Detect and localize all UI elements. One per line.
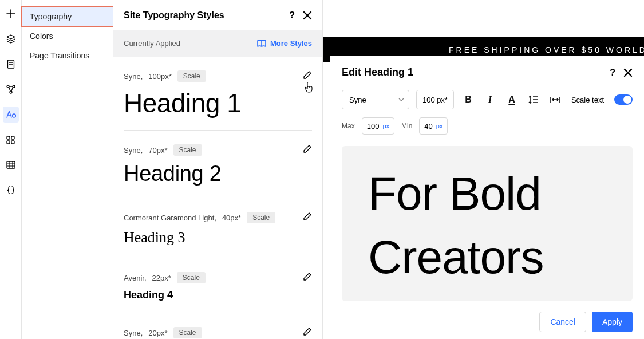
help-icon[interactable]: ? xyxy=(289,10,295,21)
font-size: 70px* xyxy=(148,146,167,155)
svg-rect-6 xyxy=(11,136,14,139)
min-label: Min xyxy=(401,122,412,130)
font-name: Avenir, xyxy=(124,274,147,282)
style-block-h3[interactable]: Cormorant Garamond Light, 40px* Scale He… xyxy=(124,198,312,258)
font-name: Syne, xyxy=(124,329,143,337)
rail-table-icon[interactable] xyxy=(3,157,19,173)
style-block-h4[interactable]: Avenir, 22px* Scale Heading 4 xyxy=(124,258,312,313)
editor-title: Edit Heading 1 xyxy=(342,66,413,78)
scale-tag: Scale xyxy=(177,272,206,283)
sidebar-item-page-transitions[interactable]: Page Transitions xyxy=(22,46,113,65)
edit-icon[interactable] xyxy=(303,70,312,80)
help-icon[interactable]: ? xyxy=(610,68,615,78)
unit-label: px xyxy=(382,123,389,129)
rail-connect-icon[interactable] xyxy=(3,81,19,97)
svg-point-4 xyxy=(12,114,15,117)
max-input[interactable]: 100 px xyxy=(362,117,394,135)
scale-tag: Scale xyxy=(177,70,206,82)
italic-icon[interactable]: I xyxy=(483,92,497,107)
rail-apps-icon[interactable] xyxy=(3,132,19,148)
style-preview: Heading 2 xyxy=(124,161,312,186)
style-preview: Heading 1 xyxy=(124,88,312,119)
font-family-select[interactable]: Syne xyxy=(342,90,409,109)
min-value: 40 xyxy=(424,122,432,131)
svg-point-2 xyxy=(13,85,15,88)
max-label: Max xyxy=(342,122,355,130)
style-block-h1[interactable]: Syne, 100px* Scale Heading 1 xyxy=(124,57,312,131)
style-block-h5[interactable]: Syne, 20px* Scale xyxy=(124,313,312,339)
book-icon xyxy=(257,40,266,48)
letter-spacing-icon[interactable] xyxy=(548,92,563,107)
font-size-value: 100 px* xyxy=(422,96,448,104)
font-size-input[interactable]: 100 px* xyxy=(416,90,454,109)
edit-icon[interactable] xyxy=(303,327,312,336)
scale-text-label: Scale text xyxy=(571,96,604,104)
svg-point-1 xyxy=(7,85,9,88)
line-height-icon[interactable] xyxy=(526,92,541,107)
chevron-down-icon xyxy=(398,98,404,101)
style-block-h2[interactable]: Syne, 70px* Scale Heading 2 xyxy=(124,131,312,198)
rail-typography-icon[interactable] xyxy=(3,107,19,123)
rail-page-icon[interactable] xyxy=(3,56,19,72)
rail-add-icon[interactable] xyxy=(3,6,19,22)
font-family-value: Syne xyxy=(349,96,366,104)
style-preview: Heading 3 xyxy=(124,229,312,246)
edit-icon[interactable] xyxy=(303,212,312,221)
apply-button[interactable]: Apply xyxy=(592,312,633,332)
rail-layers-icon[interactable] xyxy=(3,31,19,47)
font-size: 20px* xyxy=(148,329,167,337)
text-color-icon[interactable]: A xyxy=(504,92,519,107)
svg-rect-8 xyxy=(11,141,14,144)
more-styles-label: More Styles xyxy=(270,39,312,48)
style-preview: Heading 4 xyxy=(124,289,312,301)
close-icon[interactable] xyxy=(623,68,633,77)
svg-rect-5 xyxy=(7,136,10,139)
font-size: 40px* xyxy=(222,214,241,222)
font-size: 22px* xyxy=(152,274,171,282)
font-size: 100px* xyxy=(148,72,171,81)
font-name: Syne, xyxy=(124,146,143,155)
unit-label: px xyxy=(436,123,443,129)
more-styles-link[interactable]: More Styles xyxy=(257,39,312,48)
currently-applied-label: Currently Applied xyxy=(124,39,180,48)
scale-text-toggle[interactable] xyxy=(614,94,633,105)
max-value: 100 xyxy=(367,122,380,131)
rail-code-icon[interactable] xyxy=(3,182,19,198)
font-name: Cormorant Garamond Light, xyxy=(124,214,216,222)
cancel-button[interactable]: Cancel xyxy=(539,312,586,332)
edit-icon[interactable] xyxy=(303,144,312,153)
scale-tag: Scale xyxy=(173,144,202,156)
typo-panel-title: Site Typography Styles xyxy=(124,10,224,21)
bold-icon[interactable]: B xyxy=(461,92,476,107)
svg-rect-9 xyxy=(7,161,15,168)
cursor-pointer-icon xyxy=(304,82,314,93)
svg-rect-7 xyxy=(7,141,10,144)
font-name: Syne, xyxy=(124,72,143,81)
min-input[interactable]: 40 px xyxy=(419,117,448,135)
editor-preview: For Bold Creators xyxy=(342,146,633,301)
sidebar-item-typography[interactable]: Typography xyxy=(21,6,114,27)
svg-point-3 xyxy=(10,91,12,93)
scale-tag: Scale xyxy=(173,327,202,338)
scale-tag: Scale xyxy=(247,212,275,223)
edit-icon[interactable] xyxy=(303,272,312,281)
close-icon[interactable] xyxy=(303,11,312,20)
sidebar-item-colors[interactable]: Colors xyxy=(22,26,113,46)
